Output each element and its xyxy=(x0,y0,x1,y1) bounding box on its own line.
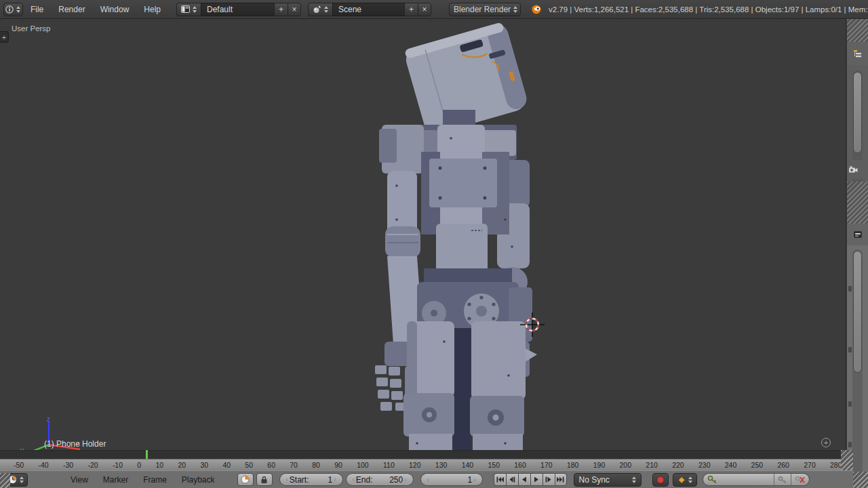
ruler-tick: 10 xyxy=(155,461,163,469)
add-scene-button[interactable]: + xyxy=(404,3,418,16)
screen-layout-name-field[interactable]: Default xyxy=(201,3,274,16)
properties-region-open-button[interactable]: + xyxy=(821,438,831,447)
screen-layout-icon xyxy=(181,5,190,13)
delete-scene-button[interactable]: × xyxy=(418,3,431,16)
info-menu-item[interactable]: Help xyxy=(144,5,161,14)
blender-logo-icon xyxy=(530,3,542,15)
use-preview-range-button[interactable] xyxy=(237,473,254,486)
ruler-tick: 90 xyxy=(334,461,342,469)
scene-stepper[interactable] xyxy=(324,6,328,13)
info-menu-item[interactable]: File xyxy=(31,5,43,14)
ruler-tick-labels: -50-40-30-20-100102030405060708090100110… xyxy=(0,460,853,469)
info-menu-item[interactable]: Render xyxy=(58,5,85,14)
viewport-3d[interactable]: User Persp + xyxy=(0,19,846,450)
timeline-playhead[interactable] xyxy=(146,450,148,459)
ruler-tick: 110 xyxy=(383,461,395,469)
editor-type-stepper[interactable] xyxy=(16,6,20,13)
scene-browse-button[interactable] xyxy=(308,3,332,16)
timeline-ruler[interactable]: -50-40-30-20-100102030405060708090100110… xyxy=(0,459,853,470)
play-reverse-button[interactable] xyxy=(518,473,530,486)
timeline-menu-item[interactable]: Marker xyxy=(103,475,128,485)
insert-keyframes-button[interactable] xyxy=(774,476,791,484)
ruler-tick: 230 xyxy=(698,461,711,469)
info-menu-item[interactable]: Window xyxy=(100,5,130,14)
keying-diamond-icon xyxy=(677,476,686,484)
delete-layout-button[interactable]: × xyxy=(288,3,301,16)
sync-mode-dropdown[interactable]: No Sync xyxy=(574,473,642,487)
timeline-header: ViewMarkerFramePlayback ‹ Start: 1 › ‹ E… xyxy=(0,470,853,488)
keying-stepper[interactable] xyxy=(688,476,692,483)
ruler-tick: 50 xyxy=(245,461,253,469)
outliner-row-camera[interactable] xyxy=(847,160,868,179)
ruler-tick: 270 xyxy=(804,461,816,469)
scene-widget: Scene + × xyxy=(308,3,431,16)
current-frame-field[interactable]: ‹ 1 › xyxy=(420,473,483,486)
insert-key-icon xyxy=(778,476,787,484)
jump-to-start-button[interactable] xyxy=(494,473,506,486)
robot-model[interactable] xyxy=(370,23,538,450)
ruler-tick: 210 xyxy=(646,461,658,469)
info-header: FileRenderWindowHelp Default + × Scene +… xyxy=(0,0,868,19)
ruler-tick: -50 xyxy=(14,461,24,469)
properties-scrollbar[interactable] xyxy=(852,249,863,484)
delete-key-icon xyxy=(795,476,805,484)
panel-dot xyxy=(848,401,852,407)
ruler-tick: -40 xyxy=(38,461,48,469)
play-button[interactable] xyxy=(530,473,542,486)
ruler-tick: -10 xyxy=(113,461,123,469)
ruler-tick: 20 xyxy=(178,461,186,469)
screen-layout-browse-button[interactable] xyxy=(176,3,201,16)
panel-dot xyxy=(848,286,852,291)
area-corner-bottom-right[interactable] xyxy=(853,472,868,488)
outliner-content[interactable] xyxy=(847,65,868,201)
outliner-icon xyxy=(853,49,863,58)
timeline-menu-item[interactable]: Playback xyxy=(182,475,215,485)
lock-time-cursor-button[interactable] xyxy=(256,473,273,486)
key-icon xyxy=(707,475,717,484)
ruler-tick: 40 xyxy=(222,461,231,469)
outliner-header[interactable] xyxy=(847,42,868,65)
delete-keyframes-button[interactable] xyxy=(791,476,809,484)
active-keying-set-field[interactable] xyxy=(703,473,810,486)
next-keyframe-button[interactable] xyxy=(542,473,555,486)
previous-keyframe-button[interactable] xyxy=(506,473,518,486)
area-corner-timeline-right[interactable] xyxy=(841,450,853,470)
editor-type-button-info[interactable] xyxy=(3,3,23,16)
timeline-track-area[interactable] xyxy=(0,450,853,459)
playback-controls xyxy=(494,473,567,486)
ruler-tick: 150 xyxy=(488,461,500,469)
screen-layout-stepper[interactable] xyxy=(193,6,197,13)
ruler-tick: -30 xyxy=(63,461,73,469)
render-engine-dropdown[interactable]: Blender Render xyxy=(449,3,521,16)
ruler-tick: 240 xyxy=(725,461,737,469)
frame-start-field[interactable]: ‹ Start: 1 › xyxy=(279,473,343,486)
jump-to-end-button[interactable] xyxy=(555,473,567,486)
timeline-menu-item[interactable]: Frame xyxy=(143,475,167,485)
area-corner-stripes-mid[interactable] xyxy=(847,182,868,224)
camera-icon xyxy=(848,166,858,174)
screen-layout-widget: Default + × xyxy=(176,3,301,16)
add-layout-button[interactable]: + xyxy=(274,3,288,16)
frame-end-field[interactable]: ‹ End: 250 › xyxy=(346,473,414,486)
ruler-tick: 140 xyxy=(462,461,474,469)
panel-dot xyxy=(848,442,852,447)
ruler-tick: 100 xyxy=(357,461,369,469)
record-icon xyxy=(656,476,665,484)
keying-set-type-button[interactable] xyxy=(673,473,697,487)
scene-name-field[interactable]: Scene xyxy=(332,3,404,16)
properties-header[interactable] xyxy=(847,224,868,245)
ruler-tick: 120 xyxy=(409,461,421,469)
engine-stepper xyxy=(513,6,517,13)
ruler-tick: 280 xyxy=(830,461,842,469)
timeline-editor-stepper[interactable] xyxy=(20,476,24,483)
scene-icon xyxy=(313,5,321,14)
ruler-tick: 130 xyxy=(435,461,448,469)
area-corner-bottom-left[interactable] xyxy=(0,473,10,488)
cursor-3d xyxy=(520,312,545,337)
auto-keyframe-record-button[interactable] xyxy=(652,473,669,487)
area-corner-stripes-top[interactable] xyxy=(847,19,868,42)
toolshelf-open-tab[interactable]: + xyxy=(0,31,9,43)
right-editor-column xyxy=(847,19,868,488)
ruler-tick: 70 xyxy=(290,461,298,469)
timeline-menu-item[interactable]: View xyxy=(71,475,88,485)
